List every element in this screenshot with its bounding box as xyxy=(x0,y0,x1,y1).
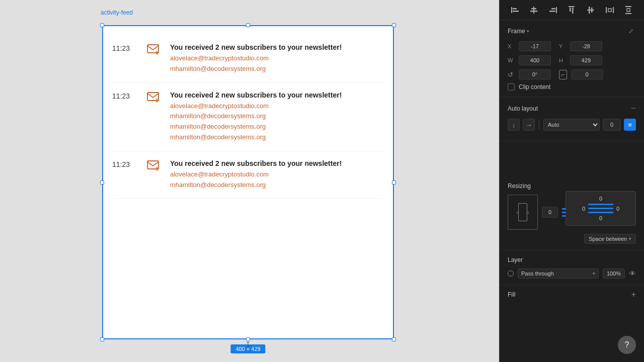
svg-rect-28 xyxy=(625,13,631,14)
svg-rect-18 xyxy=(569,6,575,7)
layer-section-header: Layer xyxy=(508,256,636,263)
notif-time: 11:23 xyxy=(112,92,140,100)
notif-email-2: mhamilton@decodersystems.org xyxy=(170,180,384,191)
distribution-dropdown[interactable]: Space between ▾ xyxy=(584,234,636,244)
handle-bottom-right[interactable] xyxy=(392,337,396,341)
blend-mode-dropdown[interactable]: Pass through ▾ xyxy=(518,268,599,279)
envelope-add-icon xyxy=(147,43,163,58)
svg-rect-12 xyxy=(533,7,534,14)
svg-rect-29 xyxy=(627,9,630,12)
help-label: ? xyxy=(625,340,629,349)
canvas: activity-feed 11:23 xyxy=(0,0,499,362)
svg-rect-13 xyxy=(531,8,536,10)
expand-frame-icon[interactable]: ⤢ xyxy=(626,26,636,36)
handle-top-left[interactable] xyxy=(100,23,104,27)
layer-section: Layer Pass through ▾ 👁 xyxy=(500,250,644,285)
visibility-eye-icon[interactable]: 👁 xyxy=(629,269,636,278)
top-toolbar xyxy=(500,0,644,20)
svg-rect-9 xyxy=(511,7,512,13)
direction-right-button[interactable]: → xyxy=(523,119,535,131)
w-input[interactable] xyxy=(519,55,551,65)
y-input[interactable] xyxy=(570,41,602,51)
notif-email-2: mhamilton@decodersystems.org xyxy=(170,111,384,122)
notif-body: You received 2 new subscribers to your n… xyxy=(170,43,384,74)
resize-left-input[interactable] xyxy=(542,207,558,218)
chevron-down-icon: ▾ xyxy=(527,29,529,34)
svg-rect-26 xyxy=(608,9,611,12)
wh-row: W H xyxy=(508,55,636,65)
rotation-corner-row: ↺ ⌐ xyxy=(508,69,636,79)
align-right-icon[interactable] xyxy=(548,5,558,15)
svg-rect-11 xyxy=(513,11,519,12)
padding-left-value: 0 xyxy=(582,206,585,212)
envelope-add-icon xyxy=(147,91,163,106)
distribution-row: Space between ▾ xyxy=(508,234,636,244)
notif-email-1: alovelace@tradecryptostudio.com xyxy=(170,53,384,64)
notif-body: You received 2 new subscribers to your n… xyxy=(170,91,384,143)
opacity-input[interactable] xyxy=(603,268,625,279)
resizing-title: Resizing xyxy=(508,183,531,190)
activity-frame[interactable]: 11:23 You received 2 new subscribers to … xyxy=(102,25,394,339)
x-input[interactable] xyxy=(519,41,551,51)
align-top-icon[interactable] xyxy=(567,5,577,15)
fill-add-icon[interactable]: + xyxy=(631,290,636,299)
y-label: Y xyxy=(559,43,566,49)
h-label: H xyxy=(559,57,566,63)
spacing-line-1 xyxy=(588,204,613,205)
clip-content-row: Clip content xyxy=(508,83,636,90)
notif-title: You received 2 new subscribers to your n… xyxy=(170,159,384,167)
spacing-value-input[interactable] xyxy=(603,119,621,131)
auto-layout-header: Auto layout − xyxy=(508,103,636,114)
frame-section: Frame ▾ ⤢ X Y W H ↺ ⌐ Cl xyxy=(500,20,644,97)
svg-rect-25 xyxy=(613,7,614,13)
auto-layout-title: Auto layout xyxy=(508,105,538,112)
svg-rect-24 xyxy=(606,7,607,13)
spacing-type-select[interactable]: Auto Fixed xyxy=(543,119,600,131)
handle-mid-right[interactable] xyxy=(392,180,396,185)
corner-input[interactable] xyxy=(571,69,603,79)
rotation-input[interactable] xyxy=(519,69,551,79)
handle-top-right[interactable] xyxy=(392,23,396,27)
h-input[interactable] xyxy=(570,55,602,65)
auto-layout-remove-icon[interactable]: − xyxy=(630,103,636,114)
align-left-icon[interactable] xyxy=(510,5,520,15)
distribute-v-icon[interactable] xyxy=(623,5,633,15)
resize-inner-box xyxy=(518,203,527,221)
align-center-h-icon[interactable] xyxy=(529,5,539,15)
layer-title: Layer xyxy=(508,256,523,263)
svg-rect-27 xyxy=(625,6,631,7)
padding-top-value: 0 xyxy=(599,196,602,202)
svg-rect-17 xyxy=(549,11,555,12)
notification-item: 11:23 You received 2 new subscribers to … xyxy=(112,35,384,83)
direction-down-button[interactable]: ↓ xyxy=(508,119,520,131)
svg-rect-14 xyxy=(530,11,537,12)
handle-mid-left[interactable] xyxy=(100,180,104,185)
spacing-popup-inner: 0 0 0 0 xyxy=(570,196,631,221)
frame-label: Frame xyxy=(508,28,525,35)
align-center-v-icon[interactable] xyxy=(586,5,596,15)
clip-content-checkbox[interactable] xyxy=(508,83,515,90)
spacing-line-2 xyxy=(588,208,613,209)
fill-section: Fill + xyxy=(500,285,644,304)
svg-rect-20 xyxy=(572,8,574,14)
frame-dropdown[interactable]: Frame ▾ xyxy=(508,28,529,35)
notification-item: 11:23 You received 2 new subscribers to … xyxy=(112,151,384,199)
svg-rect-21 xyxy=(587,10,594,11)
auto-layout-controls: ↓ → Auto Fixed ≡ xyxy=(508,119,636,131)
svg-rect-23 xyxy=(591,8,593,13)
help-button[interactable]: ? xyxy=(618,336,636,354)
handle-bottom-left[interactable] xyxy=(100,337,104,341)
w-label: W xyxy=(508,57,515,63)
blend-mode-circle-icon xyxy=(508,270,514,277)
distribute-h-icon[interactable] xyxy=(605,5,615,15)
resize-box: › ‹ xyxy=(508,195,538,230)
align-active-button[interactable]: ≡ xyxy=(624,119,636,131)
notif-email-1: alovelace@tradecryptostudio.com xyxy=(170,101,384,112)
handle-top-mid[interactable] xyxy=(246,23,250,27)
notif-email-3: mhamilton@decodersystems.org xyxy=(170,122,384,132)
notif-title: You received 2 new subscribers to your n… xyxy=(170,43,384,51)
spacing-lines xyxy=(588,204,613,213)
svg-rect-16 xyxy=(551,8,555,10)
x-label: X xyxy=(508,43,515,49)
right-panel: Frame ▾ ⤢ X Y W H ↺ ⌐ Cl xyxy=(499,0,644,362)
